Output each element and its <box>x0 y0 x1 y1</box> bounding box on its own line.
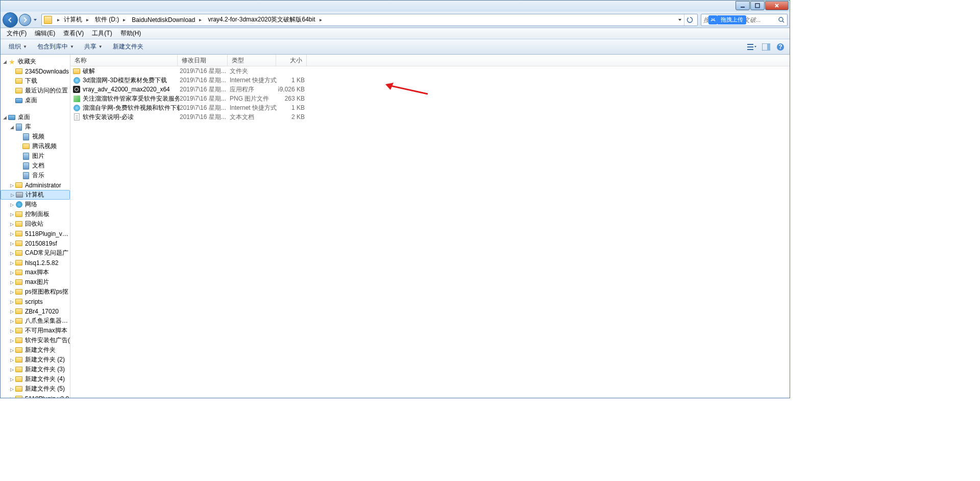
tree-item[interactable]: ▷hlsq1.2.5.82 <box>1 258 70 268</box>
expand-icon[interactable]: ▷ <box>9 376 15 382</box>
tree-item[interactable]: ◢库 <box>1 122 70 132</box>
tree-item[interactable]: ▷20150819sf <box>1 238 70 248</box>
view-mode-button[interactable] <box>746 41 758 53</box>
tree-item[interactable]: 视频 <box>1 132 70 141</box>
expand-icon[interactable]: ▷ <box>9 386 15 392</box>
expand-icon[interactable]: ▷ <box>9 308 15 315</box>
expand-icon[interactable] <box>9 78 15 84</box>
file-row[interactable]: 软件安装说明-必读2019\7\16 星期...文本文档2 KB <box>70 112 790 122</box>
baidu-icon[interactable] <box>708 15 718 25</box>
tree-item[interactable]: ▷控制面板 <box>1 209 70 219</box>
file-row[interactable]: 3d溜溜网-3D模型素材免费下载2019\7\16 星期...Internet … <box>70 76 790 85</box>
forward-button[interactable] <box>19 14 31 26</box>
minimize-button[interactable] <box>736 1 750 10</box>
organize-button[interactable]: 组织▼ <box>4 41 32 53</box>
file-row[interactable]: 关注溜溜软件管家享受软件安装服务2019\7\16 星期...PNG 图片文件2… <box>70 94 790 103</box>
back-button[interactable] <box>3 12 18 28</box>
tree-item[interactable]: 腾讯视频 <box>1 141 70 151</box>
close-button[interactable] <box>765 1 789 10</box>
tree-item[interactable]: 图片 <box>1 151 70 161</box>
tree-item[interactable]: ▷新建文件夹 (5) <box>1 384 70 394</box>
help-button[interactable]: ? <box>774 41 787 53</box>
new-folder-button[interactable]: 新建文件夹 <box>108 41 149 53</box>
expand-icon[interactable]: ▷ <box>9 396 15 398</box>
tree-item[interactable]: ▷max脚本 <box>1 268 70 277</box>
share-button[interactable]: 共享▼ <box>79 41 108 53</box>
tree-item[interactable]: 音乐 <box>1 171 70 180</box>
tree-item[interactable]: ◢桌面 <box>1 112 70 122</box>
breadcrumb-folder-2[interactable]: vray4.2-for-3dmax2020英文破解版64bit▸ <box>205 14 325 26</box>
expand-icon[interactable]: ▷ <box>9 270 15 276</box>
tree-item[interactable]: ▷软件安装包广告( <box>1 335 70 345</box>
expand-icon[interactable] <box>9 68 15 75</box>
expand-icon[interactable]: ▷ <box>9 260 15 266</box>
column-header-type[interactable]: 类型 <box>228 55 276 66</box>
menu-tools[interactable]: 工具(T) <box>88 28 116 39</box>
expand-icon[interactable]: ▷ <box>9 192 15 198</box>
tree-item[interactable]: ▷ps抠图教程ps抠 <box>1 287 70 297</box>
file-row[interactable]: 溜溜自学网-免费软件视频和软件下载网站2019\7\16 星期...Intern… <box>70 103 790 112</box>
address-dropdown[interactable] <box>676 14 684 26</box>
expand-icon[interactable] <box>16 153 22 159</box>
expand-icon[interactable]: ▷ <box>9 231 15 237</box>
tree-item[interactable]: ▷网络 <box>1 200 70 209</box>
expand-icon[interactable]: ▷ <box>9 182 15 188</box>
expand-icon[interactable]: ▷ <box>9 221 15 227</box>
tree-item[interactable]: 文档 <box>1 161 70 171</box>
tree-item[interactable]: 最近访问的位置 <box>1 86 70 95</box>
nav-history-dropdown[interactable] <box>32 14 38 26</box>
tree-item[interactable]: ▷新建文件夹 <box>1 345 70 355</box>
expand-icon[interactable]: ◢ <box>2 59 8 65</box>
tree-item[interactable]: ▷新建文件夹 (4) <box>1 374 70 384</box>
expand-icon[interactable]: ▷ <box>9 240 15 247</box>
refresh-button[interactable] <box>684 14 695 26</box>
search-box[interactable]: 拖拽上传 <box>701 14 788 26</box>
tree-item[interactable]: 桌面 <box>1 95 70 105</box>
navigation-pane[interactable]: ◢★收藏夹2345Downloads下载最近访问的位置桌面◢桌面◢库视频腾讯视频… <box>1 55 70 398</box>
expand-icon[interactable]: ▷ <box>9 279 15 285</box>
column-header-date[interactable]: 修改日期 <box>178 55 228 66</box>
expand-icon[interactable] <box>16 143 22 150</box>
expand-icon[interactable]: ▷ <box>9 211 15 218</box>
expand-icon[interactable]: ▷ <box>9 250 15 256</box>
expand-icon[interactable] <box>16 173 22 179</box>
file-list[interactable]: 破解2019\7\16 星期...文件夹3d溜溜网-3D模型素材免费下载2019… <box>70 66 790 398</box>
address-bar[interactable]: ▸计算机▸ 软件 (D:)▸ BaiduNetdiskDownload▸ vra… <box>41 14 698 26</box>
menu-file[interactable]: 文件(F) <box>3 28 31 39</box>
expand-icon[interactable]: ▷ <box>9 289 15 295</box>
column-header-name[interactable]: 名称 <box>70 55 178 66</box>
expand-icon[interactable] <box>9 88 15 94</box>
tree-item[interactable]: ▷计算机 <box>1 190 70 200</box>
include-in-library-button[interactable]: 包含到库中▼ <box>32 41 79 53</box>
preview-pane-button[interactable] <box>760 41 772 53</box>
expand-icon[interactable]: ▷ <box>9 338 15 344</box>
tree-item[interactable]: ▷max图片 <box>1 277 70 287</box>
tree-item[interactable]: ◢★收藏夹 <box>1 57 70 66</box>
tree-item[interactable]: ▷新建文件夹 (2) <box>1 355 70 365</box>
tree-item[interactable]: 2345Downloads <box>1 66 70 76</box>
column-header-size[interactable]: 大小 <box>276 55 307 66</box>
expand-icon[interactable] <box>16 163 22 169</box>
expand-icon[interactable] <box>9 98 15 104</box>
expand-icon[interactable]: ▷ <box>9 318 15 324</box>
file-row[interactable]: vray_adv_42000_max2020_x642019\7\16 星期..… <box>70 85 790 94</box>
baidu-upload-button[interactable]: 拖拽上传 <box>718 15 746 25</box>
menu-edit[interactable]: 编辑(E) <box>31 28 59 39</box>
tree-item[interactable]: ▷5118Plugin v2.0 <box>1 394 70 398</box>
tree-item[interactable]: ▷5118Plugin_v2.0 <box>1 229 70 238</box>
expand-icon[interactable]: ▷ <box>9 357 15 363</box>
expand-icon[interactable]: ▷ <box>9 202 15 208</box>
menu-help[interactable]: 帮助(H) <box>116 28 145 39</box>
expand-icon[interactable]: ▷ <box>9 299 15 305</box>
expand-icon[interactable]: ◢ <box>9 124 15 130</box>
tree-item[interactable]: ▷scripts <box>1 297 70 306</box>
tree-item[interactable]: ▷ZBr4_17020 <box>1 306 70 316</box>
tree-item[interactable]: ▷Administrator <box>1 180 70 190</box>
tree-item[interactable]: ▷回收站 <box>1 219 70 229</box>
expand-icon[interactable]: ▷ <box>9 367 15 373</box>
expand-icon[interactable]: ▷ <box>9 328 15 334</box>
tree-item[interactable]: 下载 <box>1 76 70 86</box>
tree-item[interactable]: ▷不可用max脚本 <box>1 326 70 335</box>
tree-item[interactable]: ▷八爪鱼采集器V7. <box>1 316 70 326</box>
search-icon[interactable] <box>777 16 785 24</box>
